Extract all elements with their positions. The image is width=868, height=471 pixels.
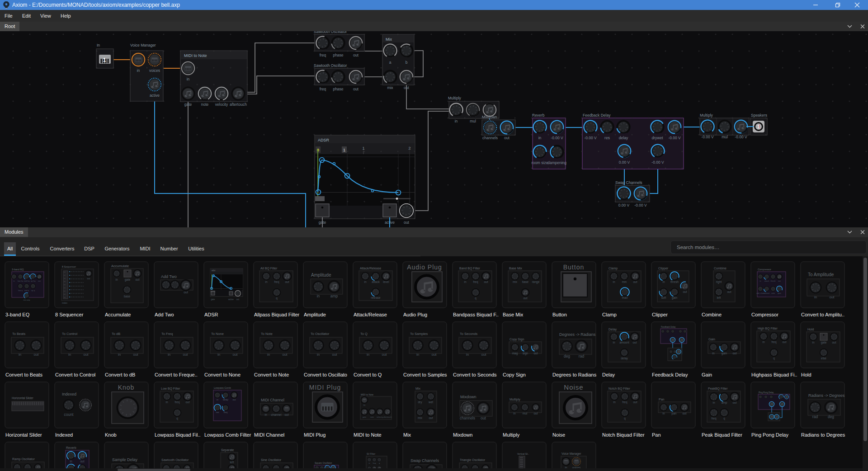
svg-text:out: out [232, 353, 238, 357]
svg-text:in: in [68, 353, 71, 357]
svg-text:rad: rad [812, 414, 818, 419]
svg-text:out: out [481, 353, 486, 357]
svg-text:Attack/Release: Attack/Release [360, 267, 381, 270]
svg-text:up q: up q [31, 289, 35, 292]
svg-text:q: q [276, 297, 278, 300]
svg-text:out: out [732, 352, 736, 355]
svg-text:Gain: Gain [708, 338, 715, 341]
svg-text:Noise: Noise [564, 383, 583, 391]
svg-text:min: min [622, 280, 627, 283]
svg-text:in: in [613, 280, 615, 283]
svg-text:freq: freq [711, 417, 717, 420]
svg-text:To Freq: To Freq [161, 332, 173, 336]
svg-text:Amplitude: Amplitude [311, 273, 331, 278]
svg-text:adsr: adsr [212, 269, 216, 272]
svg-text:Reverb: Reverb [66, 446, 76, 449]
svg-text:MIDI to Note: MIDI to Note [361, 393, 373, 396]
svg-text:8 Sequencer: 8 Sequencer [62, 265, 76, 268]
svg-text:count: count [64, 412, 74, 417]
svg-text:To None: To None [211, 332, 224, 336]
svg-text:in: in [416, 353, 419, 357]
svg-text:Multiply: Multiply [509, 398, 520, 401]
svg-text:in: in [115, 278, 118, 281]
svg-text:freq: freq [224, 411, 228, 414]
svg-text:in: in [364, 280, 366, 283]
svg-text:in: in [265, 280, 267, 283]
svg-text:base: base [522, 280, 528, 283]
svg-text:To Note: To Note [261, 332, 273, 336]
svg-text:out: out [829, 295, 835, 299]
svg-text:res: res [216, 411, 219, 414]
svg-text:out: out [732, 401, 736, 404]
svg-text:in: in [264, 413, 267, 416]
svg-text:rad: rad [579, 354, 585, 358]
svg-text:index: index [62, 301, 67, 304]
svg-text:Audio Plug: Audio Plug [407, 264, 442, 271]
svg-text:attack: attack [764, 280, 769, 282]
svg-text:High BQ Filter: High BQ Filter [758, 327, 778, 330]
svg-text:Delay: Delay [609, 328, 617, 331]
svg-text:in: in [368, 462, 370, 464]
svg-text:Square Oscillator: Square Oscillator [315, 462, 332, 464]
svg-text:out: out [233, 398, 236, 401]
svg-text:in: in [363, 404, 365, 406]
svg-text:thresh: thresh [770, 280, 775, 282]
svg-text:out: out [633, 400, 637, 404]
svg-text:in: in [367, 353, 369, 357]
svg-text:PeakBQ Filter: PeakBQ Filter [708, 387, 728, 391]
svg-text:soft: soft [661, 296, 666, 299]
svg-text:mix amp: mix amp [23, 299, 30, 301]
svg-text:amp: amp [722, 401, 727, 405]
svg-text:q: q [723, 417, 725, 420]
svg-text:out: out [87, 277, 91, 280]
svg-text:up frq: up frq [31, 280, 35, 282]
svg-text:in: in [168, 353, 170, 357]
svg-text:To Amplitude: To Amplitude [808, 272, 834, 277]
svg-text:out: out [682, 412, 686, 415]
svg-text:side chain: side chain [756, 292, 764, 294]
svg-text:out: out [523, 297, 527, 300]
svg-text:out: out [38, 280, 41, 282]
svg-text:mag: mag [512, 352, 518, 355]
svg-text:amp: amp [330, 294, 338, 298]
svg-text:in: in [118, 353, 121, 357]
svg-text:out: out [778, 280, 781, 282]
svg-text:Swap Channels: Swap Channels [410, 458, 439, 463]
svg-text:To Q: To Q [360, 332, 368, 336]
svg-text:out: out [184, 291, 188, 294]
svg-text:freq: freq [373, 462, 376, 464]
svg-text:in: in [464, 280, 466, 283]
svg-text:q: q [475, 297, 476, 300]
svg-text:Horizontal Slider: Horizontal Slider [12, 396, 34, 400]
svg-text:To Seconds: To Seconds [460, 332, 477, 336]
svg-text:out: out [185, 400, 189, 404]
svg-text:Knob: Knob [118, 384, 135, 391]
svg-text:out: out [632, 341, 637, 344]
svg-text:Triangle Oscillator: Triangle Oscillator [460, 458, 486, 462]
svg-text:in: in [217, 398, 218, 401]
svg-text:out: out [481, 416, 486, 420]
svg-text:Feedback Delay: Feedback Delay [661, 326, 676, 328]
svg-text:active: active [228, 298, 234, 301]
svg-text:Accumulate: Accumulate [111, 264, 129, 268]
svg-text:in: in [662, 280, 665, 283]
svg-text:out: out [135, 278, 139, 281]
svg-text:in: in [712, 401, 715, 404]
svg-text:out: out [782, 340, 786, 344]
svg-text:gain: gain [672, 296, 678, 300]
svg-text:in: in [165, 400, 168, 404]
svg-text:out: out [285, 280, 289, 283]
svg-text:in: in [317, 353, 320, 357]
svg-text:out: out [382, 353, 387, 357]
svg-text:in: in [762, 340, 764, 344]
svg-text:All BQ Filter: All BQ Filter [260, 267, 278, 270]
svg-text:Indexed: Indexed [62, 392, 76, 396]
svg-text:in: in [662, 412, 665, 415]
svg-text:right: right [716, 280, 722, 284]
svg-text:Combine: Combine [714, 267, 726, 270]
svg-text:Radians -> Degrees: Radians -> Degrees [808, 393, 845, 398]
svg-text:Add Two: Add Two [161, 274, 177, 279]
svg-text:out: out [429, 416, 433, 419]
svg-text:release: release [371, 296, 381, 299]
svg-text:note: note [370, 416, 374, 418]
